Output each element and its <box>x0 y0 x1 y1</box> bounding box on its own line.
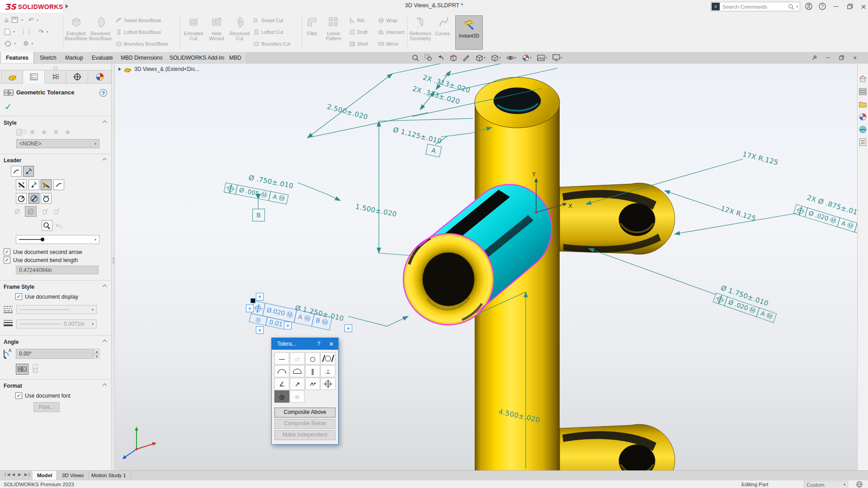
angle-field[interactable]: 0.00° <box>16 349 94 359</box>
fcf-add-handle[interactable]: + <box>284 322 292 329</box>
minimize-button[interactable] <box>831 2 841 11</box>
next-tab-icon[interactable]: ▶ <box>18 472 21 477</box>
cb-second-arrow[interactable]: ✓ Use document second arrow <box>4 249 82 255</box>
cb-frame-display[interactable]: ✓ Use document display <box>15 293 78 300</box>
pm-tab-configurations[interactable] <box>44 70 67 84</box>
tab-features[interactable]: Features <box>1 52 34 63</box>
restore-button[interactable] <box>845 2 855 11</box>
doc-pin-icon[interactable] <box>809 54 819 61</box>
gdt-symbol-circular-runout[interactable]: ↗ <box>290 378 305 390</box>
dialog-close-icon[interactable]: ✕ <box>325 341 338 347</box>
tab-solidworks-add-ins[interactable]: SOLIDWORKS Add-Ins <box>165 52 231 63</box>
save-dropdown-icon[interactable]: ▾ <box>21 18 23 22</box>
view-palette-icon[interactable] <box>859 113 867 121</box>
pm-tab-propertymanager[interactable] <box>23 70 45 84</box>
previous-view-icon[interactable] <box>435 53 447 62</box>
part-3d-canvas[interactable]: Y X <box>115 64 857 470</box>
apply-scene-icon[interactable]: ▾ <box>536 53 548 62</box>
menu-expand-icon[interactable] <box>66 4 68 9</box>
gdt-symbol-concentricity[interactable]: ◎ <box>274 390 289 403</box>
help-icon[interactable]: ? <box>817 2 827 11</box>
part-boss-bore[interactable] <box>423 253 474 306</box>
undo-dropdown-icon[interactable]: ▾ <box>37 18 38 22</box>
boundary-cut-button[interactable]: Boundary Cut <box>253 41 290 47</box>
collapse-angle-icon[interactable] <box>103 339 107 343</box>
font-button[interactable]: Font... <box>33 402 60 412</box>
gdt-symbol-parallelism[interactable]: ∥ <box>305 365 320 377</box>
doc-minimize-icon[interactable] <box>823 54 833 61</box>
tolerance-dialog-header[interactable]: Tolera... ? ✕ <box>272 338 338 350</box>
undo-icon[interactable]: ↶ <box>28 16 34 23</box>
pm-tab-appearances[interactable] <box>88 70 112 84</box>
style-new-icon[interactable] <box>16 128 26 137</box>
draft-button[interactable]: Draft <box>349 29 368 35</box>
zoom-area-icon[interactable] <box>422 53 434 62</box>
hide-show-items-icon[interactable]: ▾ <box>505 53 517 62</box>
custom-properties-icon[interactable] <box>859 138 867 146</box>
view-orientation-icon[interactable]: ▾ <box>475 53 486 62</box>
design-library-icon[interactable] <box>859 87 867 96</box>
redo-icon[interactable]: ↷ <box>38 28 44 35</box>
prev-tab-icon[interactable]: ◀ <box>12 472 15 477</box>
tab-model[interactable]: Model <box>33 471 57 480</box>
section-format[interactable]: Format <box>4 383 22 389</box>
fillet-button[interactable]: Fillet <box>300 15 324 36</box>
reference-geometry-button[interactable]: Reference Geometry ▾ <box>409 15 432 47</box>
checkbox-checked-icon[interactable]: ✓ <box>4 257 10 263</box>
gdt-symbol-perpendicularity[interactable]: ⊥ <box>321 365 335 377</box>
gdt-symbol-profile-line[interactable] <box>274 365 289 377</box>
no-leader-button[interactable] <box>16 179 27 190</box>
home-tab-icon[interactable] <box>859 75 867 83</box>
mirror-button[interactable]: Mirror <box>378 41 398 47</box>
new-dropdown-icon[interactable]: ▾ <box>13 30 15 34</box>
tab-motion-study-1[interactable]: Motion Study 1 <box>87 471 131 480</box>
redo-dropdown-icon[interactable]: ▾ <box>47 30 48 34</box>
doc-close-icon[interactable]: × <box>850 54 860 61</box>
checkbox-checked-icon[interactable]: ✓ <box>15 392 22 399</box>
hole-wizard-button[interactable]: Hole Wizard <box>205 15 228 41</box>
fcf-add-handle[interactable]: + <box>246 305 254 312</box>
lofted-boss-base-button[interactable]: Lofted Boss/Base <box>116 29 161 35</box>
new-document-icon[interactable] <box>5 28 10 35</box>
checkbox-checked-icon[interactable]: ✓ <box>4 249 10 255</box>
cb-document-font[interactable]: ✓ Use document font <box>15 392 71 399</box>
style-select[interactable]: <NONE>▾ <box>16 139 99 148</box>
pm-tab-featuremanager[interactable] <box>1 70 24 84</box>
dialog-help-icon[interactable]: ? <box>313 341 325 347</box>
gdt-symbol-position[interactable] <box>321 378 335 390</box>
frame-horizontal-button[interactable]: 0.1 <box>16 364 28 375</box>
leader-nearest-button[interactable] <box>16 193 27 204</box>
collapse-format-icon[interactable] <box>103 383 107 386</box>
first-tab-icon[interactable]: ❘◀ <box>4 472 10 477</box>
user-account-icon[interactable] <box>804 2 814 11</box>
auto-leader-button[interactable] <box>23 166 34 177</box>
revolved-cut-button[interactable]: Revolved Cut <box>228 15 251 41</box>
tab-sketch[interactable]: Sketch <box>35 52 62 63</box>
collapse-style-icon[interactable] <box>103 120 107 123</box>
straight-leader-button[interactable] <box>53 179 64 190</box>
leader-style2-icon[interactable] <box>25 206 37 217</box>
leader-diameter-button[interactable] <box>28 193 39 204</box>
units-dropdown[interactable]: Custom ▾ <box>804 481 848 488</box>
extruded-cut-button[interactable]: Extruded Cut <box>182 15 205 41</box>
section-frame-style[interactable]: Frame Style <box>4 284 34 290</box>
dynamic-annotation-views-icon[interactable] <box>460 53 472 62</box>
leader-all-around-button[interactable] <box>41 193 52 204</box>
angle-spinner[interactable]: ▲▼ <box>94 349 99 359</box>
solidworks-logo[interactable]: ƷS SOLIDWORKS <box>0 0 64 14</box>
tab-evaluate[interactable]: Evaluate <box>87 52 118 63</box>
bend-length-field[interactable]: 0.47244094in <box>16 266 99 274</box>
lofted-cut-button[interactable]: Lofted Cut <box>253 29 283 35</box>
composite-above-button[interactable]: Composite Above <box>274 408 335 418</box>
tab-mbd[interactable]: MBD <box>224 52 247 63</box>
search-input[interactable]: Search Commands <box>720 4 788 9</box>
curves-button[interactable]: Curves ▾ <box>432 15 456 37</box>
datum-b[interactable]: B <box>252 209 265 221</box>
view-settings-icon[interactable]: ▾ <box>552 53 563 62</box>
fcf-drag-handle[interactable] <box>250 298 255 303</box>
collapse-leader-icon[interactable] <box>103 157 107 161</box>
boundary-boss-base-button[interactable]: Boundary Boss/Base <box>116 41 168 47</box>
globe-icon[interactable] <box>856 481 863 488</box>
section-leader[interactable]: Leader <box>4 157 21 164</box>
linear-pattern-button[interactable]: Linear Pattern <box>322 15 345 41</box>
